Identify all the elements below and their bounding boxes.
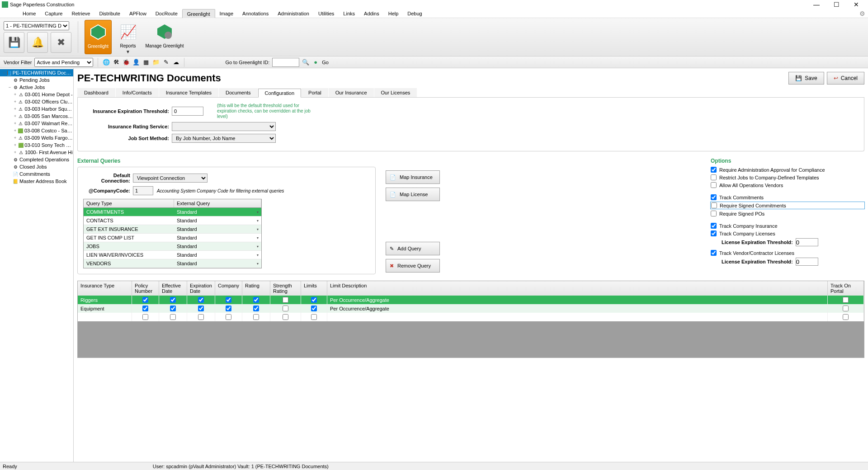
bell-icon-button[interactable]: 🔔 (27, 32, 48, 53)
threshold-input[interactable] (172, 107, 203, 116)
cloud-icon[interactable]: ☁ (172, 59, 179, 66)
minimize-button[interactable]: — (807, 1, 826, 8)
query-row[interactable]: JOBSStandard▾ (84, 242, 261, 251)
maximize-button[interactable]: ☐ (826, 1, 846, 8)
cell-checkbox[interactable] (253, 314, 259, 320)
track-company-insurance-checkbox[interactable] (711, 223, 717, 229)
menu-distribute[interactable]: Distribute (94, 9, 124, 18)
tab-insurance-templates[interactable]: Insurance Templates (159, 88, 218, 97)
menu-utilities[interactable]: Utilities (314, 9, 339, 18)
query-row[interactable]: VENDORSStandard▾ (84, 259, 261, 268)
license-threshold-input[interactable] (796, 238, 818, 246)
tree-item[interactable]: 📒Master Address Book (0, 178, 73, 185)
menu-greenlight[interactable]: Greenlight (182, 9, 215, 18)
cell-checkbox[interactable] (843, 297, 849, 303)
track-vendor-licenses-checkbox[interactable] (711, 250, 717, 256)
col-effective-date[interactable]: Effective Date (159, 281, 187, 296)
tree-item[interactable]: +⚠1000- First Avenue Hi (0, 149, 73, 156)
close-button[interactable]: ✕ (846, 1, 866, 8)
tab-our-licenses[interactable]: Our Licenses (374, 88, 417, 97)
cell-checkbox[interactable] (226, 297, 231, 303)
vendor-filter-select[interactable]: Active and Pending (34, 58, 93, 67)
map-insurance-button[interactable]: 📄Map Insurance (386, 170, 440, 184)
tab-info-contacts[interactable]: Info/Contacts (116, 88, 159, 97)
search-icon[interactable]: 🔍 (302, 59, 309, 66)
cell-checkbox[interactable] (843, 314, 849, 320)
cell-checkbox[interactable] (170, 314, 176, 320)
cell-checkbox[interactable] (198, 306, 204, 311)
menu-annotations[interactable]: Annotations (238, 9, 273, 18)
query-row[interactable]: CONTACTSStandard▾ (84, 216, 261, 225)
insurance-row[interactable] (78, 313, 864, 321)
tree-item[interactable]: −⚙Active Jobs (0, 84, 73, 91)
menu-debug[interactable]: Debug (403, 9, 426, 18)
person-icon[interactable]: 👤 (132, 59, 140, 66)
cell-checkbox[interactable] (142, 306, 148, 311)
save-icon-button[interactable]: 💾 (4, 32, 24, 53)
cell-checkbox[interactable] (253, 297, 259, 303)
cell-checkbox[interactable] (170, 297, 176, 303)
tree-root[interactable]: −📘 PE-TECHWRITING Documents (0, 69, 73, 76)
query-row[interactable]: GET EXT INSURANCEStandard▾ (84, 225, 261, 234)
col-expiration-date[interactable]: Expiration Date (187, 281, 215, 296)
col-limits[interactable]: Limits (301, 281, 327, 296)
menu-docroute[interactable]: DocRoute (151, 9, 182, 18)
option-checkbox[interactable] (711, 182, 717, 188)
tree-item[interactable]: 📄Commitments (0, 170, 73, 178)
map-license-button[interactable]: 📄Map License (386, 188, 440, 201)
navigation-tree[interactable]: −📘 PE-TECHWRITING Documents ⚙Pending Job… (0, 68, 74, 462)
query-row[interactable]: LIEN WAIVER/INVOICESStandard▾ (84, 251, 261, 259)
track-commitments-checkbox[interactable] (711, 194, 717, 200)
cell-checkbox[interactable] (198, 297, 204, 303)
col-strength-rating[interactable]: Strength Rating (270, 281, 301, 296)
cell-checkbox[interactable] (170, 306, 176, 311)
col-insurance-type[interactable]: Insurance Type (78, 281, 132, 296)
ribbon-greenlight[interactable]: Greenlight (85, 20, 112, 54)
cell-checkbox[interactable] (142, 297, 148, 303)
tree-item[interactable]: +⚠03-005 San Marcos Cit (0, 113, 73, 120)
menu-addins[interactable]: Addins (359, 9, 384, 18)
cell-checkbox[interactable] (253, 306, 259, 311)
save-button[interactable]: 💾Save (788, 72, 824, 85)
col-limit-description[interactable]: Limit Description (327, 281, 828, 296)
tree-item[interactable]: +⚠03-001 Home Depot - (0, 91, 73, 98)
cell-checkbox[interactable] (843, 306, 849, 311)
tree-item[interactable]: ⚙Pending Jobs (0, 76, 73, 84)
grid-icon[interactable]: ▦ (142, 59, 150, 66)
menu-links[interactable]: Links (339, 9, 359, 18)
cell-checkbox[interactable] (198, 314, 204, 320)
tab-documents[interactable]: Documents (219, 88, 258, 97)
tree-item[interactable]: ⚙Closed Jobs (0, 163, 73, 170)
menu-help[interactable]: Help (384, 9, 403, 18)
ribbon-manage-greenlight[interactable]: Manage Greenlight (144, 20, 185, 54)
col-rating[interactable]: Rating (242, 281, 270, 296)
cell-checkbox[interactable] (311, 306, 317, 311)
sort-method-select[interactable]: By Job Number, Job Name (172, 134, 276, 143)
cell-checkbox[interactable] (283, 306, 288, 311)
tab-our-insurance[interactable]: Our Insurance (329, 88, 374, 97)
menu-image[interactable]: Image (215, 9, 238, 18)
cell-checkbox[interactable] (226, 314, 231, 320)
require-signed-pos-checkbox[interactable] (711, 211, 717, 216)
tree-item[interactable]: +🟩03-010 Sony Tech Fab (0, 141, 73, 149)
cell-checkbox[interactable] (226, 306, 231, 311)
tree-item[interactable]: +⚠03-007 Walmart Remo (0, 120, 73, 127)
folder-icon[interactable]: 📁 (152, 59, 160, 66)
default-connection-select[interactable]: Viewpoint Connection (133, 174, 208, 183)
delete-icon-button[interactable]: ✖ (51, 32, 71, 53)
remove-query-button[interactable]: ✖Remove Query (386, 259, 440, 273)
col-track-on-portal[interactable]: Track On Portal (828, 281, 864, 296)
tree-item[interactable]: +⚠03-002 Officers Club - (0, 98, 73, 105)
ribbon-reports[interactable]: 📈 Reports ▼ (114, 20, 142, 54)
cancel-button[interactable]: ↩Cancel (827, 72, 864, 85)
tree-item[interactable]: +🟩03-008 Costco - San M (0, 127, 73, 134)
external-query-header[interactable]: External Query (174, 199, 261, 207)
option-checkbox[interactable] (711, 174, 717, 180)
col-policy-number[interactable]: Policy Number (132, 281, 159, 296)
goto-id-input[interactable] (272, 58, 299, 67)
menu-apflow[interactable]: APFlow (125, 9, 151, 18)
tree-item[interactable]: +⚠03-009 Wells Fargo Re (0, 134, 73, 141)
option-checkbox[interactable] (711, 167, 717, 173)
go-label[interactable]: Go (322, 60, 329, 65)
tab-portal[interactable]: Portal (302, 88, 328, 97)
